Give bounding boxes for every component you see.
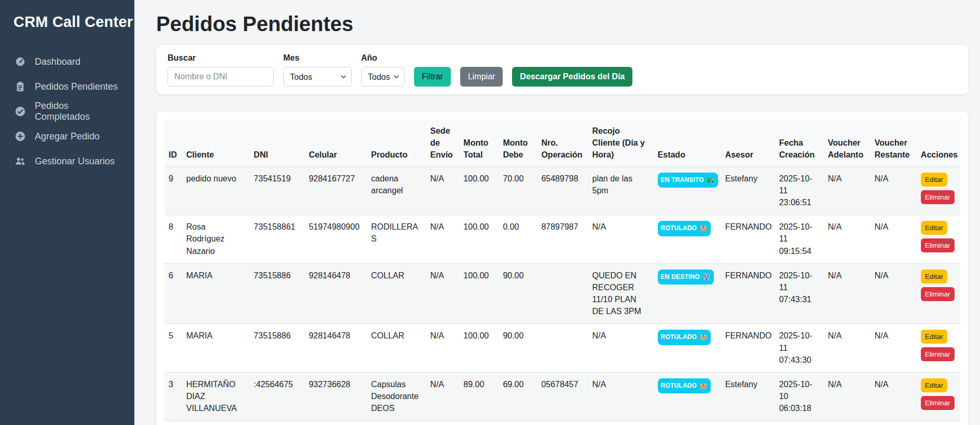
cell-acciones: Editar Eliminar (917, 215, 960, 264)
column-header: DNI (250, 120, 305, 166)
cell-monto-debe: 69.00 (499, 373, 537, 421)
cell-voucher-adelanto: N/A (824, 166, 871, 215)
cell-acciones: Editar Eliminar (917, 263, 960, 324)
cell-recojo-cliente: plan de las 5pm (588, 166, 653, 215)
cell-id: 6 (164, 263, 182, 324)
column-header: Nro. Operación (537, 120, 588, 166)
cell-estado: EN TRANSITO (654, 166, 721, 215)
filter-button[interactable]: Filtrar (414, 67, 451, 87)
cell-acciones: Editar Eliminar (917, 166, 960, 215)
sidebar-item-label: Pedidos Pendientes (35, 81, 118, 92)
year-field: Año Todos (361, 53, 405, 87)
cell-asesor: Estefany (721, 166, 775, 215)
cell-id: 8 (164, 215, 182, 264)
edit-button[interactable]: Editar (921, 378, 947, 392)
cell-dni: 73515886 (250, 324, 305, 373)
cell-monto-total: 100.00 (459, 215, 499, 264)
column-header: ID (164, 120, 182, 166)
cell-cliente: pedido nuevo (182, 166, 250, 215)
month-select[interactable]: Todos (283, 67, 352, 87)
cell-voucher-adelanto: N/A (824, 373, 871, 421)
cell-dni: 735158861 (250, 215, 305, 264)
edit-button[interactable]: Editar (921, 173, 947, 187)
orders-table-card: IDClienteDNICelularProductoSede de Envío… (156, 111, 969, 425)
cell-sede-envio: N/A (426, 166, 459, 215)
column-header: Monto Debe (499, 120, 537, 166)
column-header: Voucher Adelanto (824, 120, 871, 166)
month-field: Mes Todos (283, 53, 352, 87)
sidebar-item-agregar-pedido[interactable]: Agregar Pedido (0, 124, 134, 149)
table-row: 3 HERMITAÑO DIAZ VILLANUEVA :42564675 93… (164, 373, 960, 421)
cell-celular: 928146478 (305, 324, 367, 373)
cell-cliente: HERMITAÑO DIAZ VILLANUEVA (182, 373, 250, 421)
download-day-orders-button[interactable]: Descargar Pedidos del Día (512, 67, 632, 87)
sidebar-item-pedidos-pendientes[interactable]: Pedidos Pendientes (0, 74, 134, 99)
cell-asesor: FERNANDO (721, 324, 775, 373)
cell-sede-envio: N/A (426, 324, 459, 373)
delete-button[interactable]: Eliminar (921, 287, 955, 301)
cell-celular: 932736628 (305, 373, 367, 421)
cell-asesor: FERNANDO (721, 263, 775, 324)
column-header: Sede de Envío (426, 120, 459, 166)
cell-fecha-creacion: 2025-10-11 23:06:51 (775, 166, 824, 215)
cell-estado: ROTULADO (654, 215, 721, 264)
cell-voucher-adelanto: N/A (824, 324, 871, 373)
app-root: CRM Call Center DashboardPedidos Pendien… (0, 0, 980, 425)
column-header: Estado (654, 120, 721, 166)
cell-voucher-restante: N/A (871, 373, 917, 421)
cell-id: 3 (164, 373, 182, 421)
cell-fecha-creacion: 2025-10-10 06:03:18 (775, 373, 824, 421)
cell-estado: ROTULADO (654, 373, 721, 421)
cell-monto-debe: 90.00 (499, 263, 537, 324)
main-content: Pedidos Pendientes Buscar Mes Todos Año … (134, 0, 980, 425)
column-header: Monto Total (459, 120, 499, 166)
orders-table-head-row: IDClienteDNICelularProductoSede de Envío… (164, 120, 960, 166)
delete-button[interactable]: Eliminar (921, 238, 955, 252)
sidebar-item-label: Gestionar Usuarios (35, 156, 115, 167)
status-badge: EN DESTINO (658, 270, 714, 285)
status-badge: ROTULADO (658, 330, 711, 345)
cell-estado: ROTULADO (654, 324, 721, 373)
page-title: Pedidos Pendientes (156, 12, 969, 36)
cell-recojo-cliente: N/A (588, 324, 653, 373)
cell-producto: COLLAR (367, 324, 426, 373)
column-header: Producto (367, 120, 426, 166)
cell-sede-envio: N/A (426, 373, 459, 421)
cell-cliente: MARIA (182, 263, 250, 324)
cell-cliente: Rosa Rodríguez Nazario (182, 215, 250, 264)
sidebar-nav: DashboardPedidos PendientesPedidos Compl… (0, 49, 134, 174)
cell-producto: Capsulas Desodorante DEOS (367, 373, 426, 421)
delete-button[interactable]: Eliminar (921, 396, 955, 410)
sidebar-item-dashboard[interactable]: Dashboard (0, 49, 134, 74)
sidebar-item-pedidos-completados[interactable]: Pedidos Completados (0, 99, 134, 124)
cell-dni: 73541519 (250, 166, 305, 215)
edit-button[interactable]: Editar (921, 330, 947, 344)
cell-celular: 9284167727 (305, 166, 367, 215)
year-label: Año (361, 53, 405, 63)
search-input[interactable] (168, 67, 274, 87)
status-label: EN TRANSITO (661, 176, 704, 185)
table-row: 9 pedido nuevo 73541519 9284167727 caden… (164, 166, 960, 215)
orders-table: IDClienteDNICelularProductoSede de Envío… (164, 120, 960, 421)
status-label: ROTULADO (661, 224, 697, 233)
cell-fecha-creacion: 2025-10-11 07:43:31 (775, 263, 824, 324)
cell-monto-total: 100.00 (459, 263, 499, 324)
clipboard-icon (15, 81, 26, 92)
edit-button[interactable]: Editar (921, 270, 947, 284)
delete-button[interactable]: Eliminar (921, 347, 955, 361)
delete-button[interactable]: Eliminar (921, 190, 955, 204)
cell-nro-operacion: 05678457 (537, 373, 588, 421)
cell-estado: EN DESTINO (654, 263, 721, 324)
edit-button[interactable]: Editar (921, 221, 947, 235)
cell-acciones: Editar Eliminar (917, 324, 960, 373)
column-header: Asesor (721, 120, 775, 166)
cell-nro-operacion (537, 263, 588, 324)
cell-monto-total: 89.00 (459, 373, 499, 421)
cell-asesor: FERNANDO (721, 215, 775, 264)
year-select[interactable]: Todos (361, 67, 405, 87)
app-title: CRM Call Center (0, 13, 134, 31)
clear-button[interactable]: Limpiar (460, 67, 503, 87)
cell-nro-operacion (537, 324, 588, 373)
sidebar-item-gestionar-usuarios[interactable]: Gestionar Usuarios (0, 149, 134, 174)
cell-asesor: Estefany (721, 373, 775, 421)
